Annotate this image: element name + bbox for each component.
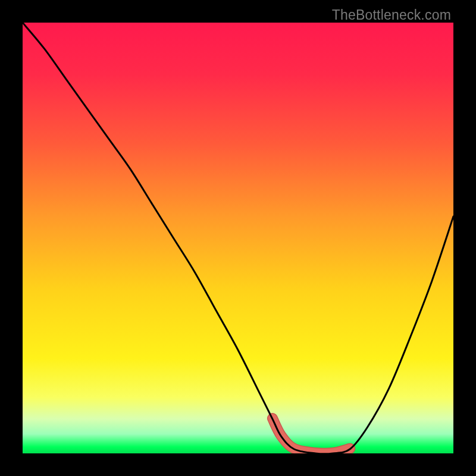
plot-svg xyxy=(23,23,453,453)
watermark-text: TheBottleneck.com xyxy=(332,7,451,23)
chart-frame: TheBottleneck.com xyxy=(0,0,476,476)
plot-area xyxy=(23,23,453,453)
